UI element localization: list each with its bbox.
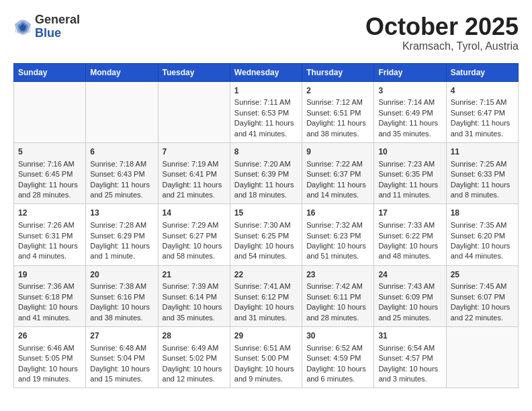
day-number: 29 [234, 330, 298, 342]
calendar-cell: 7Sunrise: 7:19 AMSunset: 6:41 PMDaylight… [158, 142, 230, 203]
day-info: Daylight: 11 hours and 38 minutes. [306, 118, 369, 139]
calendar-cell: 10Sunrise: 7:23 AMSunset: 6:35 PMDayligh… [374, 142, 446, 203]
day-info: Sunrise: 7:35 AM [451, 220, 514, 230]
calendar-cell: 15Sunrise: 7:30 AMSunset: 6:25 PMDayligh… [230, 204, 302, 265]
day-number: 26 [18, 330, 81, 342]
calendar-week-3: 12Sunrise: 7:26 AMSunset: 6:31 PMDayligh… [14, 204, 519, 265]
day-number: 5 [18, 146, 81, 158]
day-info: Sunset: 6:09 PM [378, 292, 441, 302]
day-number: 11 [451, 146, 514, 158]
day-info: Sunrise: 7:20 AM [234, 159, 298, 169]
day-info: Sunset: 6:43 PM [90, 169, 153, 179]
day-info: Sunrise: 7:12 AM [306, 97, 369, 107]
day-info: Sunrise: 7:41 AM [234, 281, 298, 291]
day-number: 4 [451, 85, 514, 97]
day-info: Daylight: 10 hours and 58 minutes. [163, 241, 226, 262]
calendar-cell: 21Sunrise: 7:39 AMSunset: 6:14 PMDayligh… [158, 265, 230, 326]
calendar-week-4: 19Sunrise: 7:36 AMSunset: 6:18 PMDayligh… [14, 265, 519, 326]
calendar-cell: 13Sunrise: 7:28 AMSunset: 6:29 PMDayligh… [86, 204, 158, 265]
day-info: Sunrise: 6:48 AM [90, 343, 153, 353]
logo-icon [13, 17, 32, 36]
day-info: Daylight: 10 hours and 28 minutes. [306, 302, 369, 323]
day-info: Sunset: 6:49 PM [378, 108, 441, 118]
calendar-cell: 27Sunrise: 6:48 AMSunset: 5:04 PMDayligh… [86, 327, 158, 388]
day-info: Daylight: 10 hours and 51 minutes. [306, 241, 369, 262]
day-info: Sunrise: 7:29 AM [163, 220, 226, 230]
day-info: Sunrise: 7:16 AM [18, 159, 81, 169]
day-info: Sunset: 5:02 PM [163, 353, 226, 363]
day-info: Daylight: 11 hours and 11 minutes. [378, 180, 441, 201]
calendar-cell: 1Sunrise: 7:11 AMSunset: 6:53 PMDaylight… [230, 81, 302, 142]
day-number: 13 [90, 208, 153, 219]
calendar-cell: 12Sunrise: 7:26 AMSunset: 6:31 PMDayligh… [14, 204, 86, 265]
day-number: 22 [234, 269, 298, 281]
day-info: Daylight: 10 hours and 9 minutes. [234, 364, 298, 385]
day-number: 18 [451, 208, 514, 219]
day-number: 3 [378, 85, 441, 97]
day-info: Sunrise: 7:19 AM [163, 159, 226, 169]
day-info: Sunset: 6:16 PM [90, 292, 153, 302]
day-info: Sunrise: 7:39 AM [163, 281, 226, 291]
day-number: 2 [306, 85, 369, 97]
day-number: 30 [306, 330, 369, 342]
day-info: Daylight: 10 hours and 15 minutes. [90, 364, 153, 385]
day-number: 6 [90, 146, 153, 158]
day-info: Daylight: 11 hours and 14 minutes. [306, 180, 369, 201]
day-info: Daylight: 10 hours and 6 minutes. [306, 364, 369, 385]
day-number: 25 [451, 269, 514, 281]
header-wednesday: Wednesday [230, 63, 302, 81]
day-info: Sunrise: 6:52 AM [306, 343, 369, 353]
day-number: 20 [90, 269, 153, 281]
calendar-cell: 31Sunrise: 6:54 AMSunset: 4:57 PMDayligh… [374, 327, 446, 388]
day-info: Daylight: 10 hours and 38 minutes. [90, 302, 153, 323]
calendar-cell: 5Sunrise: 7:16 AMSunset: 6:45 PMDaylight… [14, 142, 86, 203]
day-info: Sunset: 6:31 PM [18, 231, 81, 241]
calendar-cell: 9Sunrise: 7:22 AMSunset: 6:37 PMDaylight… [302, 142, 374, 203]
day-info: Sunset: 6:18 PM [18, 292, 81, 302]
calendar-cell: 24Sunrise: 7:43 AMSunset: 6:09 PMDayligh… [374, 265, 446, 326]
calendar-cell: 29Sunrise: 6:51 AMSunset: 5:00 PMDayligh… [230, 327, 302, 388]
day-info: Sunset: 6:14 PM [163, 292, 226, 302]
day-info: Sunrise: 7:38 AM [90, 281, 153, 291]
day-number: 15 [234, 208, 298, 219]
calendar-cell: 25Sunrise: 7:45 AMSunset: 6:07 PMDayligh… [446, 265, 518, 326]
day-info: Sunset: 6:20 PM [451, 231, 514, 241]
header-tuesday: Tuesday [158, 63, 230, 81]
day-number: 19 [18, 269, 81, 281]
calendar-week-5: 26Sunrise: 6:46 AMSunset: 5:05 PMDayligh… [14, 327, 519, 388]
day-info: Sunset: 6:27 PM [163, 231, 226, 241]
day-number: 17 [378, 208, 441, 219]
day-info: Daylight: 11 hours and 18 minutes. [234, 180, 298, 201]
day-info: Daylight: 10 hours and 3 minutes. [378, 364, 441, 385]
calendar-cell: 23Sunrise: 7:42 AMSunset: 6:11 PMDayligh… [302, 265, 374, 326]
day-info: Sunset: 6:47 PM [451, 108, 514, 118]
day-info: Sunset: 6:33 PM [451, 169, 514, 179]
day-info: Sunrise: 7:25 AM [451, 159, 514, 169]
day-info: Daylight: 11 hours and 28 minutes. [18, 180, 81, 201]
day-info: Sunrise: 6:46 AM [18, 343, 81, 353]
day-info: Sunrise: 7:22 AM [306, 159, 369, 169]
day-info: Daylight: 10 hours and 54 minutes. [234, 241, 298, 262]
day-number: 24 [378, 269, 441, 281]
calendar-cell: 11Sunrise: 7:25 AMSunset: 6:33 PMDayligh… [446, 142, 518, 203]
header-friday: Friday [374, 63, 446, 81]
day-number: 27 [90, 330, 153, 342]
day-info: Daylight: 10 hours and 31 minutes. [234, 302, 298, 323]
day-info: Sunrise: 7:28 AM [90, 220, 153, 230]
day-info: Sunrise: 6:54 AM [378, 343, 441, 353]
day-info: Daylight: 11 hours and 21 minutes. [163, 180, 226, 201]
day-info: Sunrise: 7:14 AM [378, 97, 441, 107]
day-info: Sunset: 6:22 PM [378, 231, 441, 241]
header-monday: Monday [86, 63, 158, 81]
day-info: Daylight: 10 hours and 44 minutes. [451, 241, 514, 262]
day-number: 23 [306, 269, 369, 281]
day-info: Sunset: 4:57 PM [378, 353, 441, 363]
calendar-cell: 3Sunrise: 7:14 AMSunset: 6:49 PMDaylight… [374, 81, 446, 142]
month-title: October 2025 [365, 13, 519, 40]
day-number: 10 [378, 146, 441, 158]
day-info: Sunset: 6:37 PM [306, 169, 369, 179]
day-info: Sunset: 6:51 PM [306, 108, 369, 118]
day-number: 16 [306, 208, 369, 219]
calendar-cell: 28Sunrise: 6:49 AMSunset: 5:02 PMDayligh… [158, 327, 230, 388]
day-info: Sunset: 6:23 PM [306, 231, 369, 241]
